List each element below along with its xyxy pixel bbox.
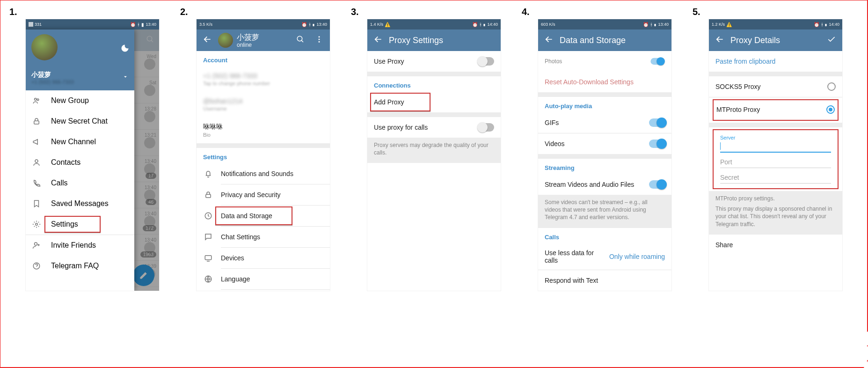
field-port[interactable] [714, 154, 838, 169]
profile-name: 小菠萝 [237, 33, 259, 43]
people-icon [31, 96, 42, 105]
profile-name: 小菠萝 [31, 71, 74, 79]
highlight-fields-group: Server [713, 129, 839, 189]
drawer-item-calls[interactable]: Calls [26, 173, 134, 193]
settings-item-notifications[interactable]: Notifications and Sounds [197, 163, 330, 184]
drawer-item-saved-messages[interactable]: Saved Messages [26, 193, 134, 214]
svg-rect-5 [34, 121, 39, 124]
row-share[interactable]: Share [709, 235, 842, 255]
row-reset-auto-download[interactable]: Reset Auto-Download Settings [538, 72, 671, 92]
row-proxy-calls[interactable]: Use proxy for calls [367, 117, 501, 138]
battery-icon: ▮ [141, 22, 144, 27]
page-title: Proxy Details [730, 36, 780, 45]
row-respond-text[interactable]: Respond with Text [538, 270, 671, 291]
svg-line-11 [301, 40, 303, 42]
text-cursor [720, 142, 721, 150]
toggle-use-proxy[interactable] [478, 57, 494, 66]
back-arrow-icon[interactable] [201, 35, 213, 46]
row-socks5[interactable]: SOCKS5 Proxy [709, 76, 842, 97]
megaphone-icon [31, 138, 42, 146]
row-stream-files[interactable]: Stream Videos and Audio Files [538, 174, 671, 195]
row-use-less-data[interactable]: Use less data for calls Only while roami… [538, 243, 671, 270]
drawer-item-contacts[interactable]: Contacts [26, 152, 134, 173]
account-phone[interactable]: +1 (502) 966-7333 Tap to change phone nu… [197, 66, 330, 92]
row-add-proxy[interactable]: Add Proxy [367, 92, 501, 112]
lock-icon [31, 117, 42, 125]
radio-mtproto[interactable] [826, 105, 835, 114]
radio-socks5[interactable] [827, 82, 836, 91]
section-autoplay: Auto-play media [538, 97, 671, 112]
toggle-stream[interactable] [649, 180, 665, 189]
row-paste-clipboard[interactable]: Paste from clipboard [709, 51, 842, 72]
profile-status: online [237, 42, 259, 48]
drawer-item-settings[interactable]: Settings [26, 214, 134, 235]
navigation-drawer: 小菠萝 +1 (502) 966-7333 New Group New Secr… [26, 29, 134, 291]
svg-point-14 [319, 41, 320, 43]
chat-icon [203, 233, 213, 241]
settings-item-devices[interactable]: Devices [197, 248, 330, 268]
drawer-item-faq[interactable]: Telegram FAQ [26, 256, 134, 276]
drawer-item-invite-friends[interactable]: Invite Friends [26, 235, 134, 256]
back-arrow-icon[interactable] [543, 35, 555, 46]
drawer-item-new-secret-chat[interactable]: New Secret Chat [26, 111, 134, 132]
phone-icon [31, 179, 42, 187]
field-secret[interactable] [714, 169, 838, 184]
page-title: Proxy Settings [389, 36, 443, 45]
back-arrow-icon[interactable] [372, 35, 384, 46]
section-streaming: Streaming [538, 159, 671, 174]
toggle-gifs[interactable] [649, 118, 665, 127]
username-value-blurred: @bohan1214 [203, 97, 242, 105]
section-account: Account [197, 51, 330, 66]
section-settings: Settings [197, 148, 330, 163]
row-mtproto[interactable]: MTProto Proxy [710, 99, 841, 120]
drawer-item-new-channel[interactable]: New Channel [26, 132, 134, 152]
avatar[interactable] [218, 33, 233, 48]
lock-icon [203, 191, 213, 199]
row-gifs[interactable]: GIFs [538, 112, 671, 133]
server-label: Server [720, 135, 831, 140]
svg-point-7 [36, 223, 38, 226]
proxy-details-body: Paste from clipboard SOCKS5 Proxy MTProt… [709, 51, 842, 291]
settings-item-help[interactable]: Help [197, 290, 330, 291]
app-bar: Proxy Details [709, 29, 842, 51]
toggle-videos[interactable] [649, 140, 665, 148]
bell-icon [203, 169, 213, 178]
chevron-down-icon[interactable] [122, 74, 129, 82]
search-icon[interactable] [294, 35, 306, 45]
row-videos[interactable]: Videos [538, 133, 671, 154]
account-bio[interactable]: 咻咻咻 Bio [197, 117, 330, 143]
svg-point-12 [319, 36, 320, 37]
phone-frame-3: 1.4 K/s⚠️ ⏰ ᚼ ▮14:40 Proxy Settings Use … [367, 19, 501, 291]
clock-text: 13:40 [146, 22, 156, 27]
toggle-proxy-calls[interactable] [478, 123, 494, 132]
more-vert-icon[interactable] [313, 35, 325, 45]
avatar[interactable] [31, 34, 58, 60]
check-icon[interactable] [825, 35, 838, 46]
drawer-item-new-group[interactable]: New Group [26, 90, 134, 111]
drawer-list: New Group New Secret Chat New Channel Co… [26, 90, 134, 291]
settings-item-data-storage[interactable]: Data and Storage [197, 206, 330, 226]
server-input[interactable] [720, 140, 831, 153]
step-3: 3. 1.4 K/s⚠️ ⏰ ᚼ ▮14:40 Proxy Settings U… [351, 7, 517, 361]
step-number: 3. [351, 7, 517, 17]
phone-frame-1: 331 ⏰ ᚼ ▮ 13:40 Wed Sat 13:28 [26, 19, 159, 291]
back-arrow-icon[interactable] [714, 35, 726, 46]
settings-item-chat[interactable]: Chat Settings [197, 227, 330, 247]
secret-input[interactable] [720, 172, 831, 184]
toggle-photos[interactable] [650, 58, 663, 65]
settings-body: Account +1 (502) 966-7333 Tap to change … [197, 51, 330, 291]
step-number: 2. [180, 7, 346, 17]
port-input[interactable] [720, 156, 831, 168]
step-2: 2. 3.5 K/s ⏰ ᚼ ▮13:40 小菠萝 online [180, 7, 346, 361]
svg-point-10 [297, 36, 302, 41]
settings-item-language[interactable]: Language [197, 269, 330, 289]
row-photos[interactable]: Photos [538, 51, 671, 72]
settings-item-privacy[interactable]: Privacy and Security [197, 184, 330, 205]
account-username[interactable]: @bohan1214 Username [197, 92, 330, 117]
section-calls: Calls [538, 228, 671, 243]
bio-hint: Bio [203, 132, 211, 138]
row-use-proxy[interactable]: Use Proxy [367, 51, 501, 72]
phone-value-blurred: +1 (502) 966-7333 [203, 72, 257, 80]
field-server[interactable]: Server [714, 132, 838, 154]
moon-icon[interactable] [120, 44, 130, 55]
